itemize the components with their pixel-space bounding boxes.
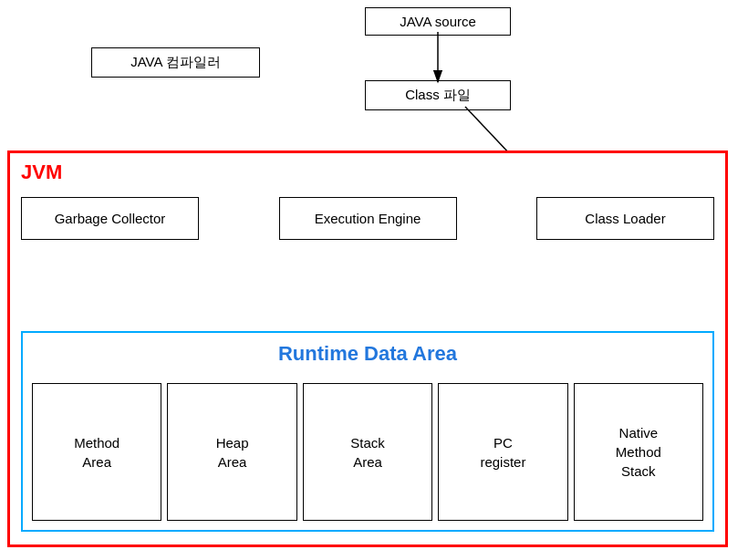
page: JAVA source Class 파일 JAVA 컴파일러 JVM — [0, 0, 748, 560]
pc-register-box: PCregister — [438, 383, 567, 521]
garbage-collector-box: Garbage Collector — [21, 197, 199, 240]
runtime-label: Runtime Data Area — [23, 342, 712, 366]
java-source-label: JAVA source — [365, 7, 511, 36]
runtime-boxes: MethodArea HeapArea StackArea PCregister… — [32, 383, 703, 521]
jvm-top-row: Garbage Collector Execution Engine Class… — [21, 197, 714, 240]
heap-area-box: HeapArea — [167, 383, 296, 521]
stack-area-box: StackArea — [303, 383, 432, 521]
runtime-container: Runtime Data Area MethodArea HeapArea St… — [21, 331, 714, 532]
top-area: JAVA source Class 파일 JAVA 컴파일러 — [0, 0, 748, 160]
jvm-container: JVM Garbage Collector Execution Engine C… — [7, 150, 728, 547]
class-loader-box: Class Loader — [536, 197, 714, 240]
execution-engine-box: Execution Engine — [279, 197, 457, 240]
native-method-stack-box: NativeMethodStack — [574, 383, 703, 521]
jvm-label: JVM — [21, 161, 62, 184]
java-compiler-label: JAVA 컴파일러 — [91, 47, 260, 78]
class-file-label: Class 파일 — [365, 80, 511, 110]
method-area-box: MethodArea — [32, 383, 161, 521]
